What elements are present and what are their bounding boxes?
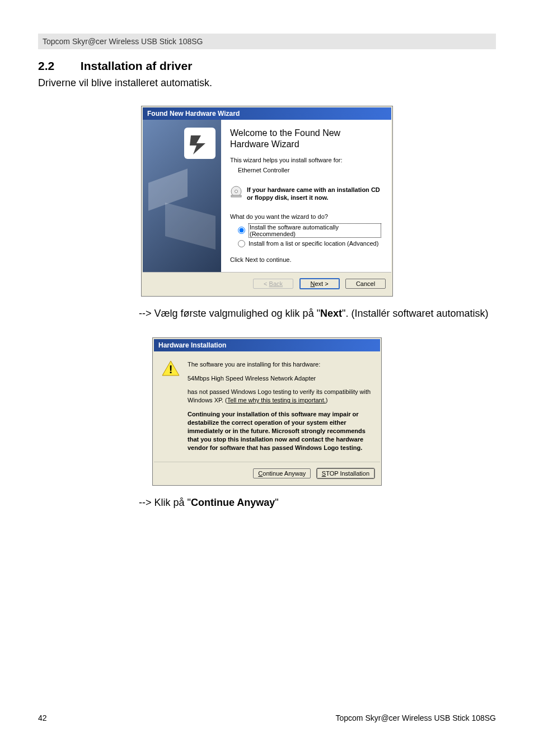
found-new-hardware-wizard-dialog: Found New Hardware Wizard Welcome to the…	[141, 106, 393, 297]
hwdlg-footer: Continue Anyway STOP Installation	[154, 462, 380, 484]
wizard-click-next: Click Next to continue.	[230, 256, 381, 263]
radio-install-auto-label: Install the software automatically (Reco…	[249, 223, 381, 238]
hardware-wizard-icon	[184, 128, 216, 159]
hwdlg-line3: has not passed Windows Logo testing to v…	[188, 388, 372, 405]
instruction-2-bold: Continue Anyway	[191, 497, 275, 508]
continue-anyway-button[interactable]: Continue Anyway	[253, 468, 311, 478]
instruction-2-suffix: "	[275, 497, 278, 508]
next-button[interactable]: Next >	[299, 278, 340, 289]
footer-product: Topcom Skyr@cer Wireless USB Stick 108SG	[335, 713, 496, 722]
cancel-button[interactable]: Cancel	[345, 279, 386, 289]
svg-point-2	[235, 190, 238, 193]
section-title: Installation af driver	[81, 59, 193, 72]
radio-install-auto[interactable]: Install the software automatically (Reco…	[238, 223, 381, 238]
radio-install-list[interactable]: Install from a list or specific location…	[238, 240, 381, 247]
wizard-helps-text: This wizard helps you install software f…	[230, 157, 381, 163]
warning-icon: !	[162, 360, 180, 376]
instruction-2-prefix: --> Klik på "	[139, 497, 191, 508]
wizard-device-name: Ethernet Controller	[238, 167, 381, 173]
wizard-what-do: What do you want the wizard to do?	[230, 213, 381, 220]
section-heading: 2.2 Installation af driver	[38, 59, 496, 73]
doc-header: Topcom Skyr@cer Wireless USB Stick 108SG	[38, 34, 496, 49]
svg-text:!: !	[169, 363, 173, 375]
svg-rect-3	[231, 195, 241, 197]
instruction-1-bold: Next	[320, 308, 342, 319]
wizard-titlebar: Found New Hardware Wizard	[143, 107, 391, 120]
radio-install-auto-input[interactable]	[238, 227, 245, 234]
hwdlg-line2: 54Mbps High Speed Wireless Network Adapt…	[188, 374, 372, 383]
instruction-1-suffix: ". (Installér softwaret automatisk)	[342, 308, 488, 319]
wizard-footer: < Back Next > Cancel	[143, 272, 391, 295]
stop-installation-button[interactable]: STOP Installation	[317, 468, 374, 478]
header-product: Topcom Skyr@cer Wireless USB Stick 108SG	[43, 37, 203, 46]
hwdlg-warning-text: Continuing your installation of this sof…	[188, 410, 372, 452]
hwdlg-testing-link[interactable]: Tell me why this testing is important.	[227, 397, 326, 403]
section-intro: Driverne vil blive installeret automatis…	[38, 77, 496, 89]
instruction-2: --> Klik på "Continue Anyway"	[139, 496, 496, 510]
wizard-heading: Welcome to the Found New Hardware Wizard	[230, 128, 381, 150]
back-button: < Back	[253, 279, 293, 289]
page-number: 42	[38, 713, 47, 722]
section-number: 2.2	[38, 59, 77, 73]
hardware-installation-dialog: Hardware Installation ! The software you…	[152, 337, 382, 486]
page-footer: 42 Topcom Skyr@cer Wireless USB Stick 10…	[38, 713, 496, 722]
hwdlg-titlebar: Hardware Installation	[154, 339, 380, 351]
hwdlg-line1: The software you are installing for this…	[188, 360, 372, 369]
radio-install-list-input[interactable]	[238, 240, 245, 247]
radio-install-list-label: Install from a list or specific location…	[249, 240, 378, 247]
wizard-cd-hint: If your hardware came with an installati…	[247, 186, 381, 202]
instruction-1-prefix: --> Vælg første valgmulighed og klik på …	[139, 308, 320, 319]
wizard-sidebar-graphic	[143, 120, 221, 272]
instruction-1: --> Vælg første valgmulighed og klik på …	[139, 307, 496, 321]
cd-icon	[230, 186, 242, 198]
